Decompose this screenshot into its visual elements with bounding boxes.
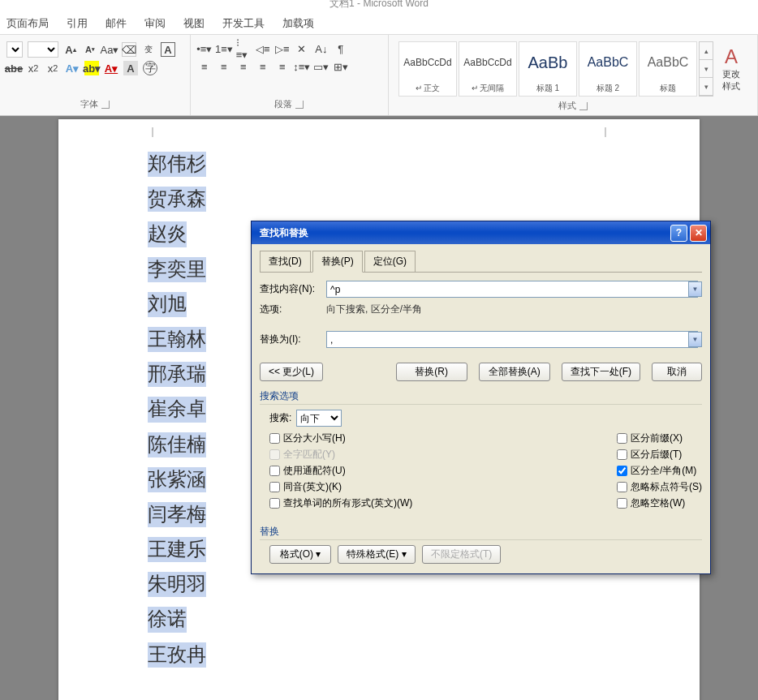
check-width[interactable]: 区分全/半角(M) xyxy=(617,464,702,478)
list-item[interactable]: 赵炎 xyxy=(148,221,187,247)
subscript-icon[interactable]: x2 xyxy=(26,61,41,75)
check-wildcard[interactable]: 使用通配符(U) xyxy=(269,464,412,478)
replace-input[interactable] xyxy=(326,331,698,348)
align-center-icon[interactable]: ≡ xyxy=(217,59,231,74)
check-sounds[interactable]: 同音(英文)(K) xyxy=(269,480,412,494)
replace-dropdown[interactable]: ▼ xyxy=(688,332,702,347)
char-shading-icon[interactable]: A xyxy=(123,61,138,75)
line-spacing-icon[interactable]: ↕≡▾ xyxy=(295,59,309,74)
list-item[interactable]: 朱明羽 xyxy=(148,572,206,597)
less-button[interactable]: << 更少(L) xyxy=(260,363,323,381)
find-dropdown[interactable]: ▼ xyxy=(688,281,702,297)
list-item[interactable]: 张紫涵 xyxy=(148,467,206,492)
check-prefix[interactable]: 区分前缀(X) xyxy=(617,432,702,445)
list-item[interactable]: 崔余卓 xyxy=(148,397,206,422)
list-item[interactable]: 闫孝梅 xyxy=(148,502,206,527)
style-title[interactable]: AaBbC标题 xyxy=(639,41,697,97)
show-marks-icon[interactable]: ¶ xyxy=(334,41,348,56)
no-format-button[interactable]: 不限定格式(T) xyxy=(422,545,501,564)
shrink-font-icon[interactable]: A▾ xyxy=(83,42,97,57)
menu-dev[interactable]: 开发工具 xyxy=(222,16,265,31)
bullets-icon[interactable]: •≡▾ xyxy=(197,41,212,56)
style-heading1[interactable]: AaBb标题 1 xyxy=(519,41,577,97)
list-item[interactable]: 郑伟杉 xyxy=(148,152,206,177)
check-suffix[interactable]: 区分后缀(T) xyxy=(617,448,702,462)
tab-replace[interactable]: 替换(P) xyxy=(312,251,363,273)
style-normal[interactable]: AaBbCcDd↵ 正文 xyxy=(398,41,457,97)
find-replace-dialog: 查找和替换 ? ✕ 查找(D) 替换(P) 定位(G) 查找内容(N): ▼ 选… xyxy=(251,221,711,574)
font-size-select[interactable] xyxy=(28,41,58,58)
menu-layout[interactable]: 页面布局 xyxy=(6,16,49,31)
help-button[interactable]: ? xyxy=(670,225,687,242)
increase-indent-icon[interactable]: ▷≡ xyxy=(275,41,290,56)
close-button[interactable]: ✕ xyxy=(690,225,707,242)
change-styles-button[interactable]: A 更改样式 xyxy=(715,41,747,97)
search-dir-select[interactable]: 向下 xyxy=(296,410,342,427)
list-item[interactable]: 王孜冉 xyxy=(148,642,206,668)
font-color-icon[interactable]: A▾ xyxy=(104,61,118,75)
cancel-button[interactable]: 取消 xyxy=(652,363,702,381)
find-next-button[interactable]: 查找下一处(F) xyxy=(562,363,640,381)
menu-addin[interactable]: 加载项 xyxy=(282,16,314,31)
list-item[interactable]: 王翰林 xyxy=(148,327,206,352)
list-item[interactable]: 陈佳楠 xyxy=(148,432,206,457)
highlight-icon[interactable]: ab▾ xyxy=(84,61,99,75)
font-family-select[interactable] xyxy=(6,41,23,58)
header-mark-left xyxy=(152,127,153,137)
tab-goto[interactable]: 定位(G) xyxy=(364,251,416,272)
menu-ref[interactable]: 引用 xyxy=(67,16,88,31)
shading-icon[interactable]: ▭▾ xyxy=(314,59,329,74)
replace-all-button[interactable]: 全部替换(A) xyxy=(479,363,550,381)
options-value: 向下搜索, 区分全/半角 xyxy=(326,303,422,316)
menu-mail[interactable]: 邮件 xyxy=(106,16,127,31)
phonetic-icon[interactable]: 变 xyxy=(141,42,156,57)
tab-find[interactable]: 查找(D) xyxy=(260,251,311,272)
dialog-tabs: 查找(D) 替换(P) 定位(G) xyxy=(260,251,702,273)
check-space[interactable]: 忽略空格(W) xyxy=(617,496,702,510)
char-border-icon[interactable]: A xyxy=(161,42,175,57)
menu-bar: 页面布局 引用 邮件 审阅 视图 开发工具 加载项 xyxy=(0,12,758,35)
distributed-icon[interactable]: ≡ xyxy=(275,59,290,74)
borders-icon[interactable]: ⊞▾ xyxy=(334,59,348,74)
menu-review[interactable]: 审阅 xyxy=(144,16,166,31)
menu-view[interactable]: 视图 xyxy=(183,16,205,31)
sort-icon[interactable]: A↓ xyxy=(314,41,329,56)
special-format-button[interactable]: 特殊格式(E) ▾ xyxy=(338,545,416,564)
change-case-icon[interactable]: Aa▾ xyxy=(102,42,117,57)
list-item[interactable]: 刘旭 xyxy=(148,292,187,317)
replace-label: 替换为(I): xyxy=(260,333,321,346)
search-options-label: 搜索选项 xyxy=(260,389,702,405)
list-item[interactable]: 贺承森 xyxy=(148,187,206,212)
font-dialog-launcher[interactable] xyxy=(101,101,110,109)
find-input[interactable] xyxy=(326,281,698,298)
dialog-titlebar[interactable]: 查找和替换 ? ✕ xyxy=(252,221,710,244)
check-punct[interactable]: 忽略标点符号(S) xyxy=(617,480,702,494)
para-dialog-launcher[interactable] xyxy=(295,101,304,109)
multilevel-icon[interactable]: ⁝≡▾ xyxy=(236,41,251,56)
styles-scroller[interactable]: ▴▾▾ xyxy=(699,41,713,97)
strikethrough-icon[interactable]: abe xyxy=(6,61,21,75)
check-forms[interactable]: 查找单词的所有形式(英文)(W) xyxy=(269,496,412,510)
justify-icon[interactable]: ≡ xyxy=(256,59,270,74)
format-button[interactable]: 格式(O) ▾ xyxy=(269,545,331,564)
list-item[interactable]: 邢承瑞 xyxy=(148,362,206,387)
style-nospacing[interactable]: AaBbCcDd↵ 无间隔 xyxy=(459,41,517,97)
list-item[interactable]: 李奕里 xyxy=(148,257,206,282)
clear-format-icon[interactable]: ⌫ xyxy=(122,42,136,57)
align-left-icon[interactable]: ≡ xyxy=(197,59,212,74)
grow-font-icon[interactable]: A▴ xyxy=(63,42,78,57)
replace-section-label: 替换 xyxy=(260,525,702,540)
check-case[interactable]: 区分大小写(H) xyxy=(269,432,412,445)
text-effects-icon[interactable]: A▾ xyxy=(65,61,80,75)
list-item[interactable]: 徐诺 xyxy=(148,607,187,632)
numbering-icon[interactable]: 1≡▾ xyxy=(217,41,231,56)
styles-dialog-launcher[interactable] xyxy=(579,102,588,110)
decrease-indent-icon[interactable]: ◁≡ xyxy=(256,41,270,56)
style-heading2[interactable]: AaBbC标题 2 xyxy=(579,41,637,97)
list-item[interactable]: 王建乐 xyxy=(148,537,206,562)
enclose-char-icon[interactable]: 字 xyxy=(143,61,157,75)
superscript-icon[interactable]: x2 xyxy=(45,61,60,75)
align-right-icon[interactable]: ≡ xyxy=(236,59,251,74)
ltr-icon[interactable]: ✕ xyxy=(295,41,309,56)
replace-button[interactable]: 替换(R) xyxy=(396,363,467,381)
